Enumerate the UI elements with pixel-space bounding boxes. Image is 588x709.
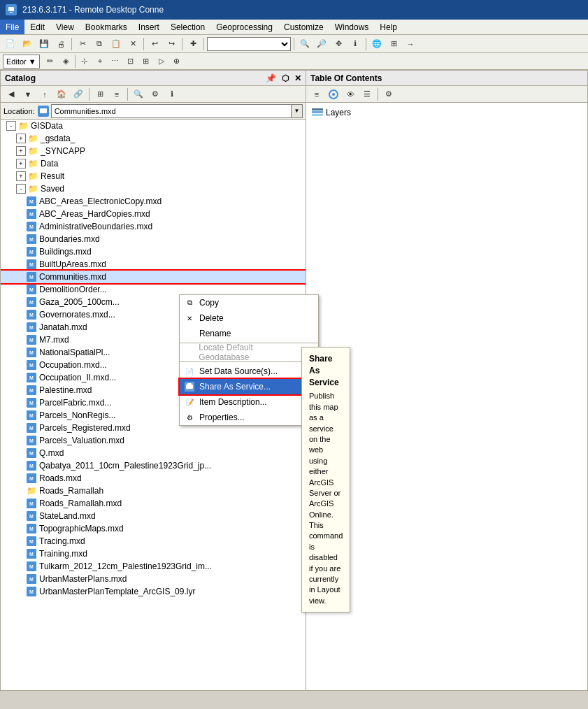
- edit-tool6[interactable]: ⊡: [123, 55, 138, 69]
- toc-source-btn[interactable]: [326, 87, 341, 101]
- save-btn[interactable]: 💾: [36, 37, 52, 51]
- identify-btn[interactable]: ℹ: [347, 37, 363, 51]
- paste-btn[interactable]: 📋: [108, 37, 124, 51]
- menu-bookmarks[interactable]: Bookmarks: [80, 20, 133, 34]
- tree-item-tracing[interactable]: M Tracing.mxd: [1, 535, 306, 547]
- menu-edit[interactable]: Edit: [24, 20, 50, 34]
- context-menu-item-description[interactable]: 📝 Item Description...: [180, 394, 318, 410]
- tree-item-roads[interactable]: M Roads.mxd: [1, 472, 306, 485]
- extent-btn[interactable]: ⊞: [386, 37, 401, 51]
- tree-item-buildings[interactable]: M Buildings.mxd: [1, 245, 306, 258]
- tree-item-roads-ramallah[interactable]: M Roads_Ramallah.mxd: [1, 497, 306, 510]
- catalog-back-btn[interactable]: ◀: [3, 87, 19, 101]
- tree-item-boundaries[interactable]: M Boundaries.mxd: [1, 233, 306, 245]
- menu-selection[interactable]: Selection: [165, 20, 210, 34]
- tree-item-builtup[interactable]: M BuiltUpAreas.mxd: [1, 258, 306, 271]
- expand-data[interactable]: +: [16, 159, 26, 169]
- expand-result[interactable]: +: [16, 171, 26, 181]
- expand-syncapp[interactable]: +: [16, 146, 26, 156]
- context-menu-copy[interactable]: ⧉ Copy: [180, 295, 318, 310]
- redo-btn[interactable]: ↪: [164, 37, 179, 51]
- catalog-home-btn[interactable]: 🏠: [54, 87, 69, 101]
- open-btn[interactable]: 📂: [20, 37, 35, 51]
- menu-help[interactable]: Help: [374, 20, 403, 34]
- context-menu-rename[interactable]: Rename: [180, 326, 318, 341]
- menu-view[interactable]: View: [50, 20, 80, 34]
- tree-item-training[interactable]: M Training.mxd: [1, 547, 306, 560]
- context-menu-properties[interactable]: ⚙ Properties...: [180, 410, 318, 425]
- scale-dropdown[interactable]: [207, 37, 291, 51]
- toc-options-btn[interactable]: ⚙: [381, 87, 396, 101]
- expand-gsdata[interactable]: +: [16, 134, 26, 143]
- edit-tool2[interactable]: ◈: [58, 55, 73, 69]
- tree-item-admin[interactable]: M AdministrativeBoundaries.mxd: [1, 220, 306, 233]
- panel-close-btn[interactable]: ✕: [294, 73, 301, 83]
- edit-tool7[interactable]: ⊞: [138, 55, 154, 69]
- expand-gisdata[interactable]: -: [6, 121, 16, 131]
- undo-btn[interactable]: ↩: [147, 37, 162, 51]
- print-btn[interactable]: 🖨: [53, 37, 69, 51]
- tree-item-topographic[interactable]: M TopographicMaps.mxd: [1, 522, 306, 535]
- edit-tool8[interactable]: ▷: [154, 55, 169, 69]
- catalog-view2-btn[interactable]: ≡: [109, 87, 124, 101]
- toc-visible-btn[interactable]: 👁: [343, 87, 358, 101]
- expand-saved[interactable]: -: [16, 184, 26, 194]
- tree-item-tulkarm[interactable]: M Tulkarm_2012_12cm_Palestine1923Grid_im…: [1, 560, 306, 573]
- tree-item-parcels-val[interactable]: M Parcels_Valuation.mxd: [1, 434, 306, 447]
- edit-tool1[interactable]: ✏: [43, 55, 58, 69]
- edit-tool5[interactable]: ⋯: [108, 55, 123, 69]
- tree-item-roads-ramallah-folder[interactable]: 📁 Roads_Ramallah: [1, 485, 306, 497]
- edit-tool4[interactable]: ⌖: [92, 55, 108, 69]
- catalog-dropdown-btn[interactable]: ▼: [20, 87, 36, 101]
- tree-item-abc-hard[interactable]: M ABC_Areas_HardCopies.mxd: [1, 208, 306, 220]
- globe-btn[interactable]: 🌐: [369, 37, 385, 51]
- catalog-up-btn[interactable]: ↑: [37, 87, 52, 101]
- tree-item-qabatya[interactable]: M Qabatya_2011_10cm_Palestine1923Grid_jp…: [1, 459, 306, 472]
- forward-btn[interactable]: →: [403, 37, 418, 51]
- edit-tool3[interactable]: ⊹: [77, 55, 92, 69]
- toc-select-btn[interactable]: ☰: [359, 87, 375, 101]
- context-menu-locate-geodatabase[interactable]: Locate Default Geodatabase: [180, 345, 318, 360]
- context-menu-set-data-source[interactable]: 📄 Set Data Source(s)...: [180, 364, 318, 379]
- tree-item-gsdata[interactable]: + 📁 _gsdata_: [1, 132, 306, 145]
- tree-item-stateland[interactable]: M StateLand.mxd: [1, 510, 306, 522]
- tree-item-abc-electronic[interactable]: M ABC_Areas_ElectronicCopy.mxd: [1, 195, 306, 208]
- context-menu-delete[interactable]: ✕ Delete: [180, 310, 318, 326]
- catalog-info-btn[interactable]: ℹ: [164, 87, 180, 101]
- menu-geoprocessing[interactable]: Geoprocessing: [210, 20, 278, 34]
- catalog-settings-btn[interactable]: ⚙: [148, 87, 163, 101]
- menu-customize[interactable]: Customize: [278, 20, 329, 34]
- tree-item-q[interactable]: M Q.mxd: [1, 447, 306, 459]
- edit-tool9[interactable]: ⊕: [169, 55, 185, 69]
- cut-btn[interactable]: ✂: [75, 37, 90, 51]
- menu-windows[interactable]: Windows: [329, 20, 375, 34]
- zoom-in-btn[interactable]: 🔍: [297, 37, 313, 51]
- editor-dropdown-btn[interactable]: Editor ▼: [3, 55, 40, 69]
- catalog-search-btn[interactable]: 🔍: [131, 87, 146, 101]
- toc-list-btn[interactable]: ≡: [309, 87, 324, 101]
- location-value[interactable]: Communities.mxd: [51, 104, 292, 118]
- catalog-connect-btn[interactable]: 🔗: [71, 87, 86, 101]
- copy-btn[interactable]: ⧉: [92, 37, 107, 51]
- location-dropdown-btn[interactable]: ▼: [292, 104, 303, 118]
- layers-item[interactable]: Layers: [309, 106, 585, 120]
- tree-item-urban-master[interactable]: M UrbanMasterPlans.mxd: [1, 573, 306, 585]
- add-data-btn[interactable]: ✚: [185, 37, 201, 51]
- panel-pin-btn[interactable]: 📌: [266, 73, 276, 83]
- tree-item-syncapp[interactable]: + 📁 _SYNCAPP: [1, 145, 306, 157]
- catalog-view-btn[interactable]: ⊞: [92, 87, 108, 101]
- menu-file[interactable]: File: [0, 20, 24, 34]
- panel-float-btn[interactable]: ⬡: [282, 73, 289, 83]
- new-btn[interactable]: 📄: [3, 37, 18, 51]
- pan-btn[interactable]: ✥: [331, 37, 346, 51]
- tree-item-saved[interactable]: - 📁 Saved: [1, 182, 306, 195]
- delete-btn[interactable]: ✕: [125, 37, 141, 51]
- tree-item-result[interactable]: + 📁 Result: [1, 170, 306, 182]
- context-menu-share-as-service[interactable]: Share As Service...: [180, 379, 318, 394]
- tree-item-communities[interactable]: M Communities.mxd: [1, 271, 306, 283]
- menu-insert[interactable]: Insert: [133, 20, 165, 34]
- tree-item-gisdata[interactable]: - 📁 GISData: [1, 120, 306, 132]
- tree-item-urban-template[interactable]: M UrbanMasterPlanTemplate_ArcGIS_09.lyr: [1, 585, 306, 598]
- tree-item-data[interactable]: + 📁 Data: [1, 157, 306, 170]
- zoom-out-btn[interactable]: 🔎: [314, 37, 329, 51]
